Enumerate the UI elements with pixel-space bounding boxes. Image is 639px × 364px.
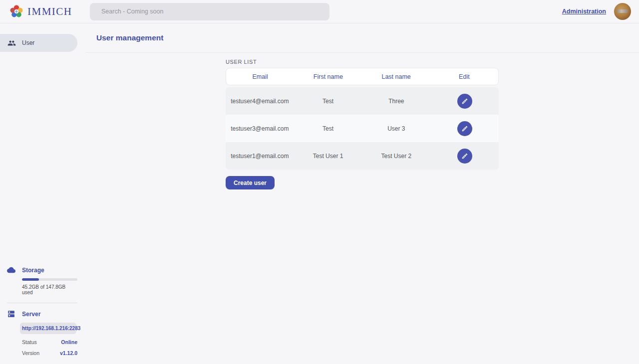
sidebar: User Storage 45.2GB of 147.8GB used	[0, 23, 77, 364]
topbar-right: Administration	[562, 3, 639, 20]
server-icon	[7, 310, 15, 318]
column-header-email: Email	[226, 73, 294, 80]
page-title: User management	[96, 33, 163, 42]
status-label: Status	[22, 339, 37, 345]
column-header-edit: Edit	[430, 73, 498, 80]
cell-email: testuser1@email.com	[226, 153, 294, 160]
server-status-row: Status Online	[22, 339, 77, 345]
immich-flower-icon	[10, 5, 23, 18]
storage-section-header: Storage	[0, 266, 77, 274]
version-label: Version	[22, 350, 39, 356]
cell-last-name: User 3	[362, 125, 431, 132]
topbar: IMMICH Administration	[0, 0, 639, 23]
pencil-icon	[461, 153, 468, 160]
edit-user-button[interactable]	[457, 149, 472, 164]
storage-title: Storage	[22, 267, 44, 274]
sidebar-divider	[7, 303, 77, 303]
title-bar: User management	[85, 23, 639, 53]
logo-wordmark: IMMICH	[27, 5, 72, 18]
cell-last-name: Three	[362, 98, 431, 105]
table-row: testuser3@email.com Test User 3	[226, 115, 499, 142]
storage-progress-fill	[22, 278, 39, 281]
sidebar-item-user[interactable]: User	[0, 34, 77, 52]
cell-last-name: Test User 2	[362, 153, 431, 160]
pencil-icon	[461, 98, 468, 105]
user-avatar[interactable]	[614, 3, 631, 20]
table-row: testuser4@email.com Test Three	[226, 87, 499, 115]
search-input[interactable]	[90, 3, 329, 20]
cell-first-name: Test User 1	[294, 153, 362, 160]
user-management-content: USER LIST Email First name Last name Edi…	[226, 53, 499, 189]
user-list-label: USER LIST	[226, 59, 499, 65]
edit-user-button[interactable]	[457, 121, 472, 136]
cell-email: testuser4@email.com	[226, 98, 294, 105]
server-title: Server	[22, 311, 40, 318]
storage-progress-bar	[22, 278, 77, 281]
cell-first-name: Test	[294, 125, 362, 132]
administration-link[interactable]: Administration	[562, 8, 606, 15]
cell-email: testuser3@email.com	[226, 125, 294, 132]
server-section-header: Server	[0, 310, 77, 318]
cloud-icon	[7, 266, 15, 274]
storage-usage-text: 45.2GB of 147.8GB used	[22, 284, 77, 295]
create-user-button[interactable]: Create user	[226, 176, 275, 189]
column-header-first-name: First name	[294, 73, 362, 80]
server-version-row: Version v1.12.0	[22, 350, 77, 356]
main-panel: User management USER LIST Email First na…	[85, 23, 639, 364]
server-url-badge: http://192.168.1.216:2283	[20, 323, 76, 334]
immich-logo: IMMICH	[0, 5, 90, 18]
users-group-icon	[7, 39, 16, 47]
cell-first-name: Test	[294, 98, 362, 105]
table-row: testuser1@email.com Test User 1 Test Use…	[226, 142, 499, 170]
sidebar-bottom: Storage 45.2GB of 147.8GB used Server ht…	[0, 266, 77, 364]
user-table-rows: testuser4@email.com Test Three	[226, 87, 499, 170]
version-value: v1.12.0	[60, 350, 77, 356]
column-header-last-name: Last name	[362, 73, 430, 80]
edit-user-button[interactable]	[457, 94, 472, 109]
status-value: Online	[61, 339, 77, 345]
pencil-icon	[461, 125, 468, 132]
user-table-header: Email First name Last name Edit	[226, 68, 499, 85]
sidebar-item-label: User	[22, 39, 34, 46]
